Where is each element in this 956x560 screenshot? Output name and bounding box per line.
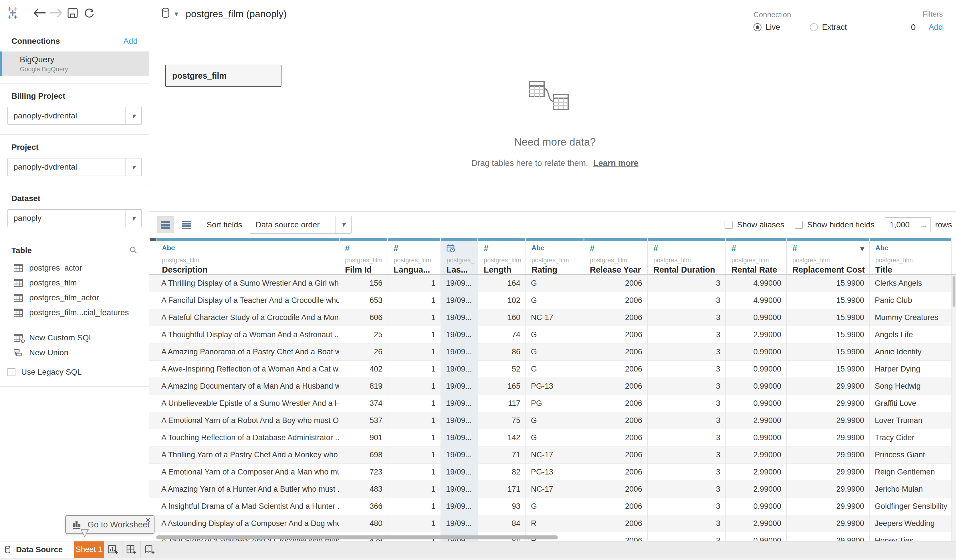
cell-rating: G bbox=[526, 326, 584, 343]
go-to-worksheet-tooltip[interactable]: Go to Worksheet bbox=[65, 515, 154, 534]
new-custom-sql-label: New Custom SQL bbox=[29, 333, 93, 342]
column-header-last-update[interactable]: postgres_...Las... bbox=[441, 238, 478, 274]
live-radio[interactable]: Live bbox=[753, 23, 780, 32]
dataset-caret[interactable] bbox=[125, 210, 141, 227]
table-list-item-postgres_actor[interactable]: postgres_actor bbox=[0, 261, 149, 275]
grid-view-button[interactable] bbox=[157, 217, 174, 233]
column-header-language-id[interactable]: #postgres_filmLangua... bbox=[388, 238, 441, 274]
cell-release-year: 2006 bbox=[584, 309, 648, 326]
chevron-down-icon bbox=[132, 163, 135, 171]
vertical-scrollbar-thumb[interactable] bbox=[953, 276, 955, 307]
cell-rental-duration: 3 bbox=[648, 343, 726, 361]
cell-description: A Insightful Drama of a Mad Scientist An… bbox=[156, 498, 339, 515]
logical-table-postgres-film[interactable]: postgres_film bbox=[165, 64, 281, 87]
table-icon-wrap bbox=[14, 294, 23, 302]
table-row[interactable]: A Insightful Drama of a Mad Scientist An… bbox=[149, 498, 956, 515]
table-row[interactable]: A Thrilling Yarn of a Pastry Chef And a … bbox=[149, 447, 956, 464]
list-view-button[interactable] bbox=[178, 217, 195, 233]
cell-last-update: 19/09... bbox=[441, 429, 478, 447]
table-search-icon[interactable] bbox=[129, 246, 138, 255]
column-menu-caret-icon[interactable] bbox=[860, 244, 864, 253]
horizontal-scrollbar-thumb[interactable] bbox=[156, 535, 558, 540]
column-header-rental-rate[interactable]: #postgres_filmRental Rate bbox=[726, 238, 787, 274]
column-header-film-id[interactable]: #postgres_filmFilm Id bbox=[339, 238, 388, 274]
redo-forward-icon[interactable] bbox=[48, 5, 64, 22]
cell-title: Honey Ties bbox=[870, 532, 952, 541]
add-connection-button[interactable]: Add bbox=[123, 36, 138, 46]
row-gutter-cell bbox=[149, 395, 156, 412]
column-header-description[interactable]: Abcpostgres_filmDescription bbox=[156, 238, 339, 274]
dataset-select[interactable]: panoply bbox=[8, 209, 142, 227]
data-source-tab[interactable]: Data Source bbox=[0, 541, 74, 558]
cell-language-id: 1 bbox=[388, 361, 441, 378]
table-row[interactable]: A Amazing Documentary of a Man And a Hus… bbox=[149, 378, 956, 395]
new-union-label: New Union bbox=[29, 348, 68, 357]
use-legacy-sql-checkbox[interactable] bbox=[8, 368, 16, 376]
project-caret[interactable] bbox=[125, 159, 141, 176]
table-row[interactable]: A Amazing Yarn of a Hunter And a Butler … bbox=[149, 481, 956, 498]
column-header-rating[interactable]: Abcpostgres_filmRating bbox=[526, 238, 584, 274]
new-story-button[interactable] bbox=[141, 541, 159, 558]
new-custom-sql-button[interactable]: ⚙ New Custom SQL bbox=[0, 330, 149, 345]
column-header-title[interactable]: Abcpostgres_filmTitle bbox=[870, 238, 952, 274]
cell-replacement-cost: 29.9900 bbox=[787, 464, 870, 481]
table-row[interactable]: A Thoughtful Display of a Woman And a As… bbox=[149, 326, 956, 343]
cell-title: Harper Dying bbox=[870, 361, 952, 378]
new-dashboard-button[interactable] bbox=[123, 541, 141, 558]
sort-order-select[interactable]: Data source order bbox=[250, 216, 352, 234]
cell-last-update: 19/09... bbox=[441, 275, 478, 292]
column-field-text: Las... bbox=[447, 265, 468, 275]
table-row[interactable]: A Astounding Display of a Composer And a… bbox=[149, 515, 956, 532]
table-icon bbox=[14, 308, 23, 316]
learn-more-link[interactable]: Learn more bbox=[593, 159, 638, 168]
table-row[interactable]: A Amazing Panorama of a Pastry Chef And … bbox=[149, 343, 956, 361]
row-count-input[interactable]: 1,000 bbox=[885, 217, 931, 232]
filters-add-button[interactable]: Add bbox=[929, 23, 943, 32]
toolbar-divider bbox=[26, 5, 26, 22]
table-row[interactable]: A Awe-Inspiring Reflection of a Woman An… bbox=[149, 361, 956, 378]
column-header-release-year[interactable]: #postgres_filmRelease Year bbox=[584, 238, 648, 274]
vertical-scrollbar[interactable] bbox=[952, 275, 956, 541]
table-row[interactable]: A Unbelieveable Epistle of a Sumo Wrestl… bbox=[149, 395, 956, 412]
new-worksheet-button[interactable] bbox=[104, 541, 123, 558]
connection-item-bigquery[interactable]: BigQuery Google BigQuery bbox=[0, 52, 149, 76]
table-row[interactable]: A Touching Reflection of a Database Admi… bbox=[149, 429, 956, 447]
cell-film-id: 374 bbox=[339, 395, 388, 412]
tooltip-close-icon[interactable] bbox=[145, 516, 151, 524]
table-row[interactable]: A Thrilling Display of a Sumo Wrestler A… bbox=[149, 275, 956, 292]
sort-order-caret[interactable] bbox=[335, 216, 351, 233]
billing-project-caret[interactable] bbox=[125, 107, 141, 124]
cell-film-id: 537 bbox=[339, 412, 388, 429]
new-union-button[interactable]: New Union bbox=[0, 345, 149, 360]
row-gutter-cell bbox=[149, 361, 156, 378]
column-header-replacement-cost[interactable]: #postgres_filmReplacement Cost bbox=[787, 238, 870, 274]
table-row[interactable]: A Emotional Yarn of a Composer And a Man… bbox=[149, 464, 956, 481]
database-icon[interactable] bbox=[161, 8, 171, 20]
table-list-item-postgres_film...cial_features[interactable]: postgres_film...cial_features bbox=[0, 305, 149, 320]
apply-rows-arrow-icon[interactable] bbox=[917, 220, 930, 230]
column-header-rental-duration[interactable]: #postgres_filmRental Duration bbox=[648, 238, 726, 274]
show-aliases-checkbox[interactable] bbox=[725, 221, 733, 229]
table-row[interactable]: A Fateful Character Study of a Crocodile… bbox=[149, 309, 956, 326]
extract-radio[interactable]: Extract bbox=[810, 23, 847, 32]
table-row[interactable]: A Emotional Yarn of a Robot And a Boy wh… bbox=[149, 412, 956, 429]
tableau-logo-icon[interactable] bbox=[5, 5, 21, 22]
undo-back-icon[interactable] bbox=[31, 5, 48, 22]
cell-release-year: 2006 bbox=[584, 464, 648, 481]
column-field-name: Rental Rate bbox=[731, 265, 784, 275]
column-header-length[interactable]: #postgres_filmLength bbox=[478, 238, 526, 274]
cell-rental-rate: 0.99000 bbox=[726, 309, 787, 326]
cell-length: 117 bbox=[478, 395, 526, 412]
show-hidden-checkbox[interactable] bbox=[795, 221, 803, 229]
billing-project-select[interactable]: panoply-dvdrental bbox=[8, 107, 142, 125]
datasource-menu-caret-icon[interactable] bbox=[175, 9, 178, 18]
table-list-item-postgres_film_actor[interactable]: postgres_film_actor bbox=[0, 290, 149, 305]
save-icon[interactable] bbox=[64, 5, 81, 22]
table-list-item-postgres_film[interactable]: postgres_film bbox=[0, 275, 149, 290]
project-select[interactable]: panoply-dvdrental bbox=[8, 158, 142, 176]
custom-sql-icon: ⚙ bbox=[14, 334, 23, 342]
sheet1-tab[interactable]: Sheet 1 bbox=[74, 541, 104, 558]
refresh-icon[interactable] bbox=[81, 5, 97, 22]
cell-film-id: 819 bbox=[339, 378, 388, 395]
table-row[interactable]: A Fanciful Display of a Teacher And a Cr… bbox=[149, 292, 956, 309]
